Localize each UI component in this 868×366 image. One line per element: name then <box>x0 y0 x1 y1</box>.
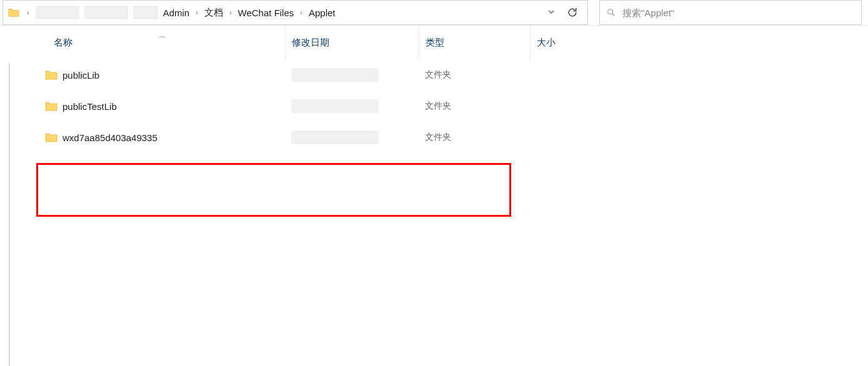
file-list-panel: 名称 ︿ 修改日期 类型 大小 <box>10 26 868 366</box>
address-dropdown-button[interactable] <box>542 7 560 18</box>
item-name: publicTestLib <box>62 101 117 112</box>
folder-icon <box>45 70 57 80</box>
column-header-label: 修改日期 <box>292 37 329 49</box>
breadcrumb-item[interactable]: Admin <box>161 5 192 21</box>
content-area: 名称 ︿ 修改日期 类型 大小 <box>0 26 868 366</box>
sort-chevron-up-icon: ︿ <box>159 31 166 41</box>
item-name: publicLib <box>62 70 99 81</box>
column-header-size[interactable]: 大小 <box>530 26 624 59</box>
item-type: 文件夹 <box>419 101 530 112</box>
redacted-date <box>291 68 379 82</box>
table-row[interactable]: wxd7aa85d403a49335 文件夹 <box>45 122 868 153</box>
search-icon <box>606 7 616 17</box>
column-header-label: 大小 <box>537 37 556 49</box>
search-input[interactable] <box>622 7 855 18</box>
left-gutter-divider <box>4 63 10 366</box>
svg-point-0 <box>608 9 613 14</box>
item-name: wxd7aa85d403a49335 <box>62 132 157 143</box>
breadcrumb-redacted <box>84 6 128 19</box>
item-type: 文件夹 <box>419 69 530 81</box>
search-box[interactable] <box>599 0 862 25</box>
item-type: 文件夹 <box>419 132 530 143</box>
address-search-row: › Admin › 文档 › WeChat Files › Applet <box>0 0 868 26</box>
folder-icon <box>45 101 57 111</box>
column-header-name[interactable]: 名称 ︿ <box>54 26 285 59</box>
folder-root-icon <box>8 8 19 17</box>
column-header-label: 类型 <box>426 37 444 49</box>
annotation-highlight-box <box>36 163 511 217</box>
svg-line-1 <box>612 14 614 16</box>
breadcrumb-item[interactable]: Applet <box>306 5 338 21</box>
column-header-date[interactable]: 修改日期 <box>285 26 419 59</box>
breadcrumb-item[interactable]: WeChat Files <box>236 5 297 21</box>
folder-icon <box>45 132 57 142</box>
table-row[interactable]: publicTestLib 文件夹 <box>45 91 868 122</box>
column-headers: 名称 ︿ 修改日期 类型 大小 <box>10 26 868 59</box>
refresh-button[interactable] <box>560 1 585 24</box>
file-rows: publicLib 文件夹 publicTestLib 文件夹 <box>10 59 868 153</box>
address-bar[interactable]: › Admin › 文档 › WeChat Files › Applet <box>2 0 588 25</box>
column-header-type[interactable]: 类型 <box>419 26 530 59</box>
chevron-right-icon: › <box>192 9 202 16</box>
breadcrumb-item[interactable]: 文档 <box>202 4 226 21</box>
redacted-date <box>291 131 379 144</box>
chevron-right-icon: › <box>296 9 306 16</box>
redacted-date <box>291 99 379 113</box>
chevron-right-icon: › <box>226 9 236 16</box>
breadcrumb-redacted <box>133 6 158 19</box>
chevron-right-icon: › <box>23 9 33 16</box>
table-row[interactable]: publicLib 文件夹 <box>45 59 868 91</box>
column-header-label: 名称 <box>54 37 72 49</box>
breadcrumb-redacted <box>36 6 79 19</box>
